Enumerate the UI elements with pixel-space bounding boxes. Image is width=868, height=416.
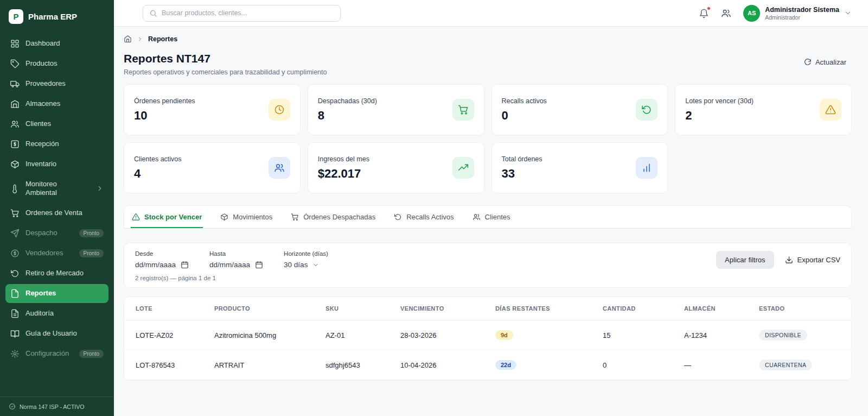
brand-logo: P [9, 9, 23, 24]
sidebar-item-label: Inventario [25, 160, 56, 168]
sidebar-item-auditoria[interactable]: Auditoría [5, 304, 108, 323]
cell-vencimiento: 10-04-2026 [400, 352, 495, 379]
sidebar-item-clientes[interactable]: Clientes [5, 115, 108, 134]
table-row[interactable]: LOTE-AZ02 Azitromicina 500mg AZ-01 28-03… [124, 320, 851, 350]
download-icon [785, 256, 793, 264]
pronto-badge: Pronto [79, 249, 104, 257]
package-icon [220, 213, 228, 221]
stat-card-recalls-activos: Recalls activos0 [492, 84, 668, 135]
sidebar-item-inventario[interactable]: Inventario [5, 155, 108, 174]
export-csv-button[interactable]: Exportar CSV [785, 256, 840, 264]
stat-label: Total órdenes [502, 155, 542, 163]
calendar-icon[interactable] [181, 261, 189, 269]
tab-label: Órdenes Despachadas [303, 213, 375, 221]
user-role: Administrador [765, 14, 839, 21]
sidebar-item-label: Auditoría [25, 309, 54, 318]
refresh-button[interactable]: Actualizar [798, 54, 852, 70]
home-icon[interactable] [124, 35, 132, 43]
cell-almacen: A-1234 [684, 322, 759, 349]
stat-label: Órdenes pendientes [134, 97, 195, 105]
sidebar-item-label: Retiro de Mercado [25, 269, 84, 278]
status-badge: DISPONIBLE [759, 330, 807, 341]
sidebar-item-productos[interactable]: Productos [5, 54, 108, 73]
date-from-label: Desde [135, 250, 189, 257]
page-title: Reportes NT147 [124, 52, 327, 65]
sidebar-item-almacenes[interactable]: Almacenes [5, 94, 108, 114]
sidebar-item-label: Guía de Usuario [25, 329, 77, 338]
apply-filters-button[interactable]: Aplicar filtros [716, 251, 774, 269]
tabs: Stock por Vencer Movimientos Órdenes Des… [124, 205, 852, 229]
dollar-circle-icon [10, 249, 20, 258]
date-to-value: dd/mm/aaaa [209, 261, 250, 269]
horizon-select[interactable]: 30 días [284, 261, 328, 269]
main: AS Administrador Sistema Administrador R… [114, 0, 868, 416]
package-icon [10, 160, 20, 169]
sidebar-item-label: Productos [25, 59, 58, 68]
tab-clientes[interactable]: Clientes [471, 206, 512, 228]
sidebar-item-ordenes-de-venta[interactable]: Ordenes de Venta [5, 204, 108, 223]
cell-cantidad: 0 [603, 352, 684, 379]
notifications-button[interactable] [699, 8, 709, 18]
warehouse-icon [10, 99, 20, 109]
calendar-icon[interactable] [255, 261, 263, 269]
tab-stock-por-vencer[interactable]: Stock por Vencer [131, 206, 203, 228]
sidebar-item-label: Almacenes [25, 99, 60, 108]
chevron-down-icon [844, 9, 852, 17]
cell-vencimiento: 28-03-2026 [400, 322, 495, 349]
date-from-input[interactable]: dd/mm/aaaa [135, 261, 189, 269]
chevron-down-icon [312, 262, 319, 268]
table-row[interactable]: LOT-876543 ARTRAIT sdfghj6543 10-04-2026… [124, 350, 851, 380]
clock-icon [269, 99, 290, 121]
notification-dot [707, 7, 711, 10]
page-header-text: Reportes NT147 Reportes operativos y com… [124, 52, 327, 76]
tab-movimientos[interactable]: Movimientos [219, 206, 273, 228]
sidebar-item-despacho[interactable]: Despacho Pronto [5, 224, 108, 243]
sidebar-item-monitoreo-ambiental[interactable]: Monitoreo Ambiental [5, 175, 108, 203]
tab-label: Stock por Vencer [144, 213, 202, 221]
status-badge: CUARENTENA [759, 360, 812, 370]
chevron-right-icon [137, 36, 143, 42]
tab-recalls-activos[interactable]: Recalls Activos [393, 206, 455, 228]
sidebar-item-proveedores[interactable]: Proveedores [5, 74, 108, 93]
truck-icon [10, 79, 20, 89]
search-input[interactable] [162, 9, 334, 17]
stat-value: $22.017 [318, 167, 369, 181]
search-icon [149, 9, 157, 17]
stat-value: 2 [685, 109, 754, 123]
date-to-input[interactable]: dd/mm/aaaa [209, 261, 263, 269]
sidebar-item-label: Configuración [25, 349, 69, 358]
sidebar-item-retiro-de-mercado[interactable]: Retiro de Mercado [5, 264, 108, 283]
column-header: CANTIDAD [603, 297, 684, 320]
stat-value: 4 [134, 167, 182, 181]
brand-name: Pharma ERP [28, 12, 77, 21]
users-button[interactable] [721, 8, 731, 18]
bar-chart-icon [636, 157, 658, 179]
horizon-field: Horizonte (días) 30 días [284, 250, 328, 269]
stat-label: Recalls activos [502, 97, 547, 105]
tab-ordenes-despachadas[interactable]: Órdenes Despachadas [290, 206, 376, 228]
dashboard-icon [10, 39, 20, 48]
cell-lote: LOTE-AZ02 [136, 322, 214, 349]
trending-up-icon [452, 157, 474, 179]
sidebar-item-label: Recepción [25, 140, 59, 148]
user-menu[interactable]: AS Administrador Sistema Administrador [743, 5, 852, 22]
sidebar-footer: Norma 147 ISP - ACTIVO [0, 396, 114, 416]
stat-value: 0 [502, 109, 547, 123]
sidebar-item-recepcion[interactable]: Recepción [5, 135, 108, 154]
sidebar-item-configuracion[interactable]: Configuración Pronto [5, 344, 108, 363]
sidebar-item-reportes[interactable]: Reportes [5, 284, 108, 303]
stat-card-ordenes-pendientes: Órdenes pendientes10 [124, 84, 301, 135]
sidebar-item-vendedores[interactable]: Vendedores Pronto [5, 244, 108, 263]
breadcrumb: Reportes [124, 35, 852, 43]
check-circle-icon [9, 403, 16, 410]
sidebar-item-dashboard[interactable]: Dashboard [5, 34, 108, 53]
tab-label: Recalls Activos [406, 213, 454, 221]
tag-icon [10, 59, 20, 68]
sidebar-item-label: Reportes [25, 289, 56, 298]
stat-label: Ingresos del mes [318, 155, 369, 163]
result-count: 2 registro(s) — página 1 de 1 [135, 275, 840, 281]
cell-sku: sdfghj6543 [326, 352, 400, 379]
sidebar-item-guia-de-usuario[interactable]: Guía de Usuario [5, 324, 108, 343]
search-box[interactable] [143, 5, 341, 22]
send-icon [10, 229, 20, 238]
